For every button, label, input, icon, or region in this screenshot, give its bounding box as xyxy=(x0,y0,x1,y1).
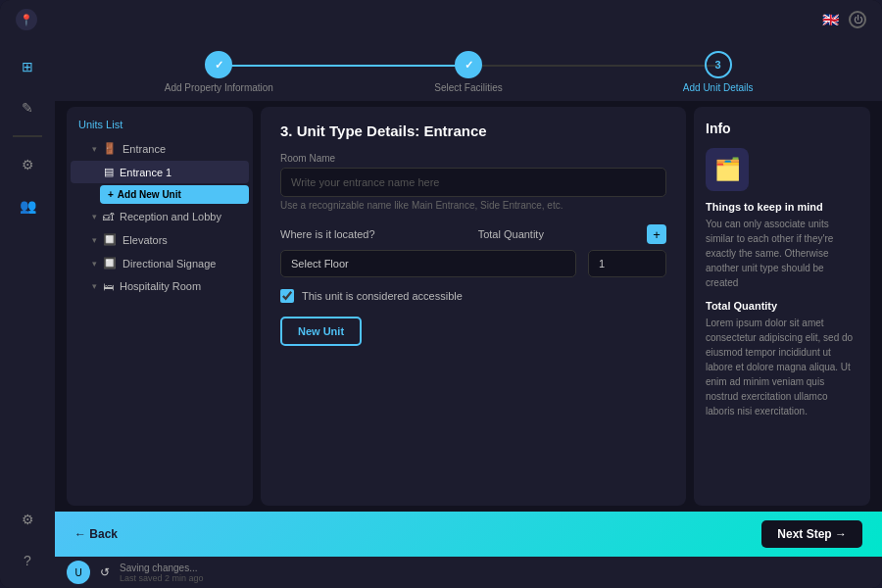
language-flag[interactable]: 🇬🇧 xyxy=(822,12,839,27)
chevron-elevators: ▾ xyxy=(92,235,97,245)
info-section1-text: You can only associate units similar to … xyxy=(706,217,858,290)
chevron-entrance: ▾ xyxy=(92,144,97,154)
titlebar-right: 🇬🇧 ⏻ xyxy=(822,11,866,28)
quantity-wrap: 1 2 3 xyxy=(588,250,666,277)
directional-label: Directional Signage xyxy=(122,258,216,270)
saving-title: Saving changes... xyxy=(120,563,204,573)
info-icon: 🗂️ xyxy=(706,148,749,191)
room-name-hint: Use a recognizable name like Main Entran… xyxy=(280,200,666,211)
sidebar-icon-help[interactable]: ? xyxy=(10,543,45,578)
step-3-label: Add Unit Details xyxy=(683,82,754,93)
reception-label: Reception and Lobby xyxy=(120,211,221,222)
app-window: 🇬🇧 ⏻ ⊞ ✎ ⚙ 👥 ⚙ ? ✓ Add Property Informat… xyxy=(0,0,882,588)
nav-item-elevators[interactable]: ▾ 🔲 Elevators xyxy=(71,228,249,251)
plus-icon: + xyxy=(108,189,114,200)
app-logo xyxy=(16,9,37,30)
sidebar-icon-edit[interactable]: ✎ xyxy=(10,90,45,125)
next-step-button[interactable]: Next Step → xyxy=(761,520,862,548)
sidebar-icon-group[interactable]: 👥 xyxy=(10,188,45,223)
saving-sub: Last saved 2 min ago xyxy=(120,573,204,583)
sidebar-icon-settings[interactable]: ⚙ xyxy=(10,502,45,537)
location-label: Where is it located? xyxy=(280,228,375,240)
add-unit-label: Add New Unit xyxy=(118,189,181,200)
main-area: ⊞ ✎ ⚙ 👥 ⚙ ? ✓ Add Property Information ✓… xyxy=(0,39,882,588)
sidebar: ⊞ ✎ ⚙ 👥 ⚙ ? xyxy=(0,39,55,588)
location-header: Where is it located? Total Quantity + xyxy=(280,224,666,244)
chevron-reception: ▾ xyxy=(92,212,97,221)
nav-item-reception[interactable]: ▾ 🛋 Reception and Lobby xyxy=(71,206,249,227)
step-2-circle: ✓ xyxy=(455,51,482,78)
power-button[interactable]: ⏻ xyxy=(849,11,866,28)
hospitality-icon: 🛏 xyxy=(103,280,114,292)
saving-text-block: Saving changes... Last saved 2 min ago xyxy=(120,563,204,583)
quantity-select[interactable]: 1 2 3 xyxy=(588,250,666,277)
chevron-directional: ▾ xyxy=(92,259,97,269)
floor-select-wrap: Select Floor xyxy=(280,250,576,277)
nav-item-entrance-1[interactable]: ▤ Entrance 1 xyxy=(71,161,249,183)
accessible-label: This unit is considered accessible xyxy=(302,290,463,302)
step-3: 3 Add Unit Details xyxy=(593,51,843,93)
directional-icon: 🔲 xyxy=(103,257,117,270)
progress-bar: ✓ Add Property Information ✓ Select Faci… xyxy=(55,39,882,101)
nav-panel: Units List ▾ 🚪 Entrance ▤ Entrance 1 xyxy=(67,107,253,506)
entrance1-icon: ▤ xyxy=(104,166,114,178)
nav-item-directional[interactable]: ▾ 🔲 Directional Signage xyxy=(71,252,249,274)
step-2: ✓ Select Facilities xyxy=(344,51,594,93)
content-area: ✓ Add Property Information ✓ Select Faci… xyxy=(55,39,882,588)
titlebar: 🇬🇧 ⏻ xyxy=(0,0,882,39)
saving-status: ↺ xyxy=(100,565,110,579)
info-section2-text: Lorem ipsum dolor sit amet consectetur a… xyxy=(706,316,858,418)
avatar: U xyxy=(67,561,90,584)
sidebar-icon-grid[interactable]: ⊞ xyxy=(10,49,45,84)
back-button[interactable]: ← Back xyxy=(74,527,118,541)
step-1-label: Add Property Information xyxy=(165,82,273,93)
elevators-icon: 🔲 xyxy=(103,233,117,246)
step-connector-2 xyxy=(468,65,718,67)
form-panel: 3. Unit Type Details: Entrance Room Name… xyxy=(261,107,686,506)
entrance1-label: Entrance 1 xyxy=(120,167,172,178)
add-new-unit-button[interactable]: + Add New Unit xyxy=(100,185,249,204)
step-1: ✓ Add Property Information xyxy=(94,51,344,93)
info-section1-title: Things to keep in mind xyxy=(706,201,858,213)
step-1-circle: ✓ xyxy=(205,51,232,78)
accessible-checkbox[interactable] xyxy=(280,289,294,303)
hospitality-label: Hospitality Room xyxy=(120,280,201,292)
info-panel: Info 🗂️ Things to keep in mind You can o… xyxy=(694,107,870,506)
chevron-hospitality: ▾ xyxy=(92,281,97,291)
saving-icon: ↺ xyxy=(100,565,110,579)
bottom-bar: ← Back Next Step → xyxy=(55,512,882,557)
reception-icon: 🛋 xyxy=(103,211,114,222)
step-3-circle: 3 xyxy=(705,51,732,78)
quantity-label: Total Quantity xyxy=(478,228,544,240)
entrance-label: Entrance xyxy=(122,143,166,155)
room-name-group: Room Name Use a recognizable name like M… xyxy=(280,153,666,211)
sidebar-divider xyxy=(13,135,42,137)
accessible-checkbox-row: This unit is considered accessible xyxy=(280,289,666,303)
entrance-icon: 🚪 xyxy=(103,142,117,155)
body-area: Units List ▾ 🚪 Entrance ▤ Entrance 1 xyxy=(55,101,882,512)
units-list-header[interactable]: Units List xyxy=(67,115,253,136)
nav-item-hospitality[interactable]: ▾ 🛏 Hospitality Room xyxy=(71,275,249,297)
info-title: Info xyxy=(706,121,858,136)
room-name-label: Room Name xyxy=(280,153,666,164)
new-unit-button[interactable]: New Unit xyxy=(280,317,362,346)
form-title: 3. Unit Type Details: Entrance xyxy=(280,122,666,139)
location-quantity-row: Select Floor 1 2 3 xyxy=(280,250,666,277)
nav-item-entrance[interactable]: ▾ 🚪 Entrance xyxy=(71,137,249,160)
step-2-label: Select Facilities xyxy=(434,82,502,93)
info-section2-title: Total Quantity xyxy=(706,300,858,312)
elevators-label: Elevators xyxy=(122,234,168,246)
sidebar-icon-tune[interactable]: ⚙ xyxy=(10,147,45,182)
status-bar: U ↺ Saving changes... Last saved 2 min a… xyxy=(55,557,882,588)
floor-select[interactable]: Select Floor xyxy=(280,250,576,277)
add-quantity-button[interactable]: + xyxy=(647,224,666,244)
room-name-input[interactable] xyxy=(280,168,666,197)
